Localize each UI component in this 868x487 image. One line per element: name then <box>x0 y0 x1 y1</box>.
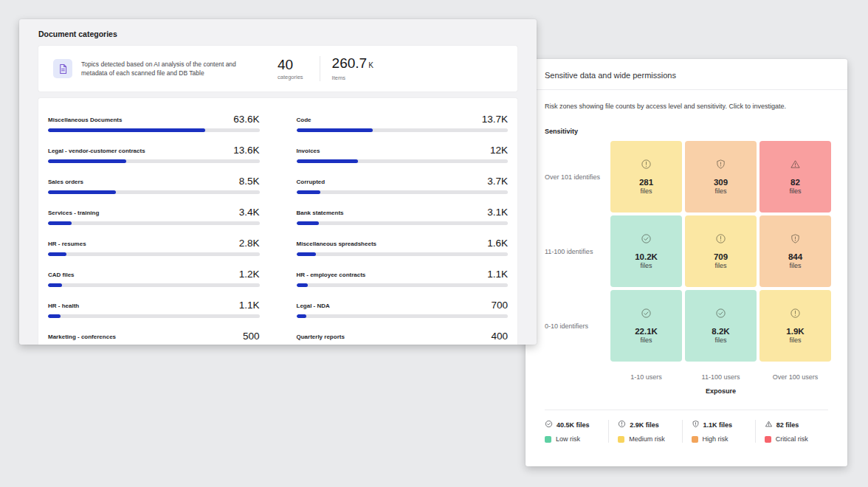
category-value: 400 <box>491 331 508 342</box>
category-row[interactable]: Legal - NDA700 <box>297 300 509 318</box>
matrix-cell[interactable]: 709 files <box>685 215 757 287</box>
risk-legend: 40.5K files Low risk 2.9K files Medium r… <box>545 420 828 443</box>
legend-label: High risk <box>703 435 728 443</box>
category-value: 500 <box>243 331 260 342</box>
legend-item-low: 40.5K files Low risk <box>545 420 608 443</box>
categories-stat: 40 categories <box>278 58 303 80</box>
category-row[interactable]: Marketing - conferences500 <box>48 331 260 345</box>
category-bar <box>297 190 509 194</box>
matrix-cell[interactable]: 1.9K files <box>760 290 831 362</box>
legend-swatch <box>692 436 698 443</box>
legend-item-critical: 82 files Critical risk <box>755 420 828 443</box>
category-value: 12K <box>490 145 508 156</box>
category-value: 3.4K <box>239 207 260 218</box>
cell-count: 844 <box>788 252 802 261</box>
category-row[interactable]: Sales orders8.5K <box>48 176 260 194</box>
alert-circle-icon <box>790 308 801 322</box>
category-row[interactable]: Legal - vendor-customer contracts13.6K <box>48 145 260 163</box>
category-row[interactable]: Corrupted3.7K <box>297 176 509 194</box>
row-label: 0-10 identifiers <box>545 322 607 330</box>
shield-alert-icon <box>790 233 801 247</box>
category-value: 13.6K <box>233 145 259 156</box>
row-label: 11-100 identifies <box>545 248 607 255</box>
category-label: CAD files <box>48 272 75 280</box>
matrix-cell[interactable]: 82 files <box>760 141 831 213</box>
cell-count: 22.1K <box>635 327 658 336</box>
alert-circle-icon <box>641 159 652 173</box>
category-row[interactable]: HR - resumes2.8K <box>48 238 260 256</box>
category-row[interactable]: CAD files1.2K <box>48 269 260 287</box>
summary-card: Topics detected based on AI analysis of … <box>38 46 517 91</box>
categories-count: 40 <box>278 58 303 72</box>
summary-description: Topics detected based on AI analysis of … <box>81 60 242 77</box>
category-list-card: Miscellaneous Documents63.6K Legal - ven… <box>38 98 517 345</box>
cell-count: 1.9K <box>786 327 804 336</box>
category-label: Bank statements <box>297 210 344 218</box>
category-row[interactable]: Bank statements3.1K <box>297 207 509 225</box>
stat-divider <box>320 56 320 81</box>
legend-swatch <box>618 436 624 443</box>
legend-swatch <box>545 436 551 443</box>
category-value: 1.1K <box>239 300 260 311</box>
cell-unit: files <box>640 336 652 344</box>
legend-count: 40.5K files <box>557 421 590 429</box>
legend-count: 1.1K files <box>703 421 733 429</box>
shield-alert-icon <box>715 159 726 173</box>
document-categories-panel: Document categories Topics detected base… <box>19 19 537 345</box>
legend-label: Critical risk <box>776 435 808 443</box>
category-bar <box>297 252 509 256</box>
category-bar <box>297 283 509 287</box>
category-label: Miscellaneous spreadsheets <box>297 241 377 249</box>
category-row[interactable]: Services - training3.4K <box>48 207 260 225</box>
category-value: 3.1K <box>487 207 508 218</box>
matrix-cell[interactable]: 8.2K files <box>685 290 757 362</box>
category-value: 700 <box>491 300 508 311</box>
panel-description: Risk zones showing file counts by access… <box>545 103 828 110</box>
matrix-cell[interactable]: 281 files <box>610 141 682 213</box>
triangle-alert-icon <box>765 420 773 429</box>
sensitive-data-panel: Sensitive data and wide permissions Risk… <box>526 59 847 466</box>
category-value: 2.8K <box>239 238 260 249</box>
category-bar <box>48 128 260 132</box>
legend-count: 2.9K files <box>630 421 659 429</box>
category-row[interactable]: Miscellaneous Documents63.6K <box>48 114 260 132</box>
category-bar <box>48 159 260 163</box>
y-axis-label: Sensitivity <box>545 128 828 135</box>
x-axis-label: Exposure <box>610 387 831 395</box>
matrix-cell[interactable]: 844 files <box>760 215 831 287</box>
items-stat: 260.7K Items <box>332 56 373 81</box>
cell-unit: files <box>789 187 801 195</box>
category-value: 3.7K <box>487 176 508 187</box>
x-axis-ticks: 1-10 users 11-100 users Over 100 users <box>610 373 847 381</box>
matrix-cell[interactable]: 309 files <box>685 141 757 213</box>
category-row[interactable]: Invoices12K <box>297 145 509 163</box>
category-column-left: Miscellaneous Documents63.6K Legal - ven… <box>48 114 260 345</box>
items-label: Items <box>332 75 373 81</box>
category-row[interactable]: HR - health1.1K <box>48 300 260 318</box>
legend-swatch <box>765 436 771 443</box>
category-bar <box>297 221 509 225</box>
category-label: HR - employee contracts <box>297 272 366 280</box>
category-label: Legal - NDA <box>297 303 330 311</box>
cell-unit: files <box>714 187 726 195</box>
category-row[interactable]: Code13.7K <box>297 114 509 132</box>
items-count: 260.7K <box>332 56 373 73</box>
cell-count: 281 <box>639 178 653 187</box>
category-row[interactable]: Quarterly reports400 <box>297 331 509 345</box>
category-row[interactable]: HR - employee contracts1.1K <box>297 269 509 287</box>
matrix-cell[interactable]: 10.2K files <box>610 215 682 287</box>
cell-count: 10.2K <box>635 252 658 261</box>
cell-unit: files <box>714 336 726 344</box>
alert-circle-icon <box>618 420 626 429</box>
panel-title: Document categories <box>38 30 517 38</box>
matrix-cell[interactable]: 22.1K files <box>610 290 682 362</box>
category-row[interactable]: Miscellaneous spreadsheets1.6K <box>297 238 509 256</box>
cell-unit: files <box>789 262 801 269</box>
category-bar <box>48 283 260 287</box>
cell-unit: files <box>640 187 652 195</box>
triangle-alert-icon <box>790 159 801 173</box>
category-label: Marketing - conferences <box>48 334 116 342</box>
category-bar <box>48 252 260 256</box>
category-column-right: Code13.7K Invoices12K Corrupted3.7K Bank… <box>297 114 509 345</box>
category-label: HR - health <box>48 303 79 311</box>
